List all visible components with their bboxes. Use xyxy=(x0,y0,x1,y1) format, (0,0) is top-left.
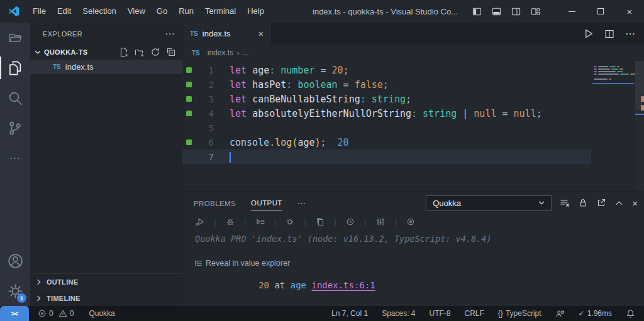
indentation[interactable]: Spaces: 4 xyxy=(378,309,419,318)
code-token[interactable]: : xyxy=(411,108,417,119)
problems-status[interactable]: 0 0 xyxy=(34,309,77,318)
tab-output[interactable]: OUTPUT xyxy=(251,195,282,210)
code-line[interactable]: 2 let hasPet: boolean = false; xyxy=(182,77,591,92)
menu-selection[interactable]: Selection xyxy=(77,0,121,23)
code-token[interactable]: string xyxy=(372,94,406,105)
menu-file[interactable]: File xyxy=(27,0,52,23)
code-token[interactable] xyxy=(326,137,338,148)
maximize-button[interactable] xyxy=(586,0,615,23)
quokka-run-icon[interactable] xyxy=(195,217,205,227)
code-token[interactable]: null xyxy=(474,108,496,119)
code-token[interactable]: null xyxy=(514,108,536,119)
split-editor-icon[interactable] xyxy=(604,29,614,39)
editor-more-icon[interactable]: ⋯ xyxy=(625,28,635,40)
code-line[interactable]: 4 let absolutelyEitherNullOrString: stri… xyxy=(182,106,591,121)
settings-sliders-icon[interactable] xyxy=(375,217,386,227)
code-token[interactable]: console xyxy=(230,137,269,148)
refresh-icon[interactable] xyxy=(150,47,160,57)
clear-output-icon[interactable] xyxy=(560,198,570,208)
line-number[interactable]: 6 xyxy=(194,138,214,148)
line-number[interactable]: 2 xyxy=(194,80,214,90)
timeline-section[interactable]: TIMELINE xyxy=(30,290,182,306)
code-token[interactable]: ; xyxy=(343,65,349,76)
cursor-position[interactable]: Ln 7, Col 1 xyxy=(328,309,372,318)
outline-section[interactable]: OUTLINE xyxy=(30,273,182,290)
code-token[interactable]: ; xyxy=(536,108,542,119)
breadcrumb-symbol[interactable]: ... xyxy=(242,48,248,57)
line-number[interactable]: 1 xyxy=(194,65,214,75)
menu-run[interactable]: Run xyxy=(173,0,199,23)
code-token[interactable]: = xyxy=(314,65,331,76)
lock-icon[interactable] xyxy=(578,198,588,208)
new-folder-icon[interactable] xyxy=(135,47,145,57)
vertical-scrollbar[interactable] xyxy=(635,61,644,192)
code-token[interactable]: age xyxy=(297,137,314,148)
line-number[interactable]: 5 xyxy=(194,123,214,133)
quokka-perf[interactable]: ✓ 1.96ms xyxy=(575,309,616,318)
customize-layout-icon[interactable] xyxy=(530,7,541,16)
copy-icon[interactable] xyxy=(315,217,325,227)
tab-index-ts[interactable]: TS index.ts × xyxy=(182,23,272,45)
code-token[interactable]: boolean xyxy=(297,79,337,90)
workspace-section-header[interactable]: QUOKKA-TS xyxy=(30,45,182,60)
code-token[interactable]: . xyxy=(269,137,275,148)
line-number[interactable]: 4 xyxy=(194,109,214,119)
language-mode[interactable]: {} TypeScript xyxy=(494,309,545,318)
code-token[interactable]: ; xyxy=(406,94,411,105)
code-token[interactable]: 20 xyxy=(338,137,349,148)
code-line[interactable]: 5 xyxy=(182,121,591,135)
code-token[interactable]: ; xyxy=(383,79,389,90)
code-token[interactable]: let xyxy=(230,79,252,90)
code-token[interactable]: number xyxy=(280,65,314,76)
quokka-log-icon[interactable] xyxy=(255,217,265,227)
panel-more-icon[interactable]: ⋯ xyxy=(297,198,306,208)
code-token[interactable]: ; xyxy=(321,137,326,148)
line-number[interactable]: 3 xyxy=(194,94,214,104)
code-token[interactable] xyxy=(417,108,423,119)
code-token[interactable]: let xyxy=(230,94,252,105)
quokka-bug-icon[interactable] xyxy=(285,217,295,227)
open-output-in-editor-icon[interactable] xyxy=(596,198,606,208)
feedback-icon[interactable] xyxy=(552,309,569,318)
encoding[interactable]: UTF-8 xyxy=(426,309,455,318)
toggle-panel-icon[interactable] xyxy=(491,7,502,16)
line-number[interactable]: 7 xyxy=(194,152,214,162)
code-token[interactable]: : xyxy=(286,79,292,90)
code-line[interactable]: 1 let age: number = 20; xyxy=(182,63,591,77)
code-token[interactable]: let xyxy=(230,65,252,76)
code-token[interactable]: = xyxy=(496,108,513,119)
record-icon[interactable] xyxy=(406,217,416,227)
code-token[interactable]: ) xyxy=(314,137,320,148)
code-token[interactable]: age xyxy=(252,65,269,76)
code-token[interactable]: string xyxy=(423,108,457,119)
output-channel-select[interactable]: Quokka xyxy=(426,195,552,211)
eol-sequence[interactable]: CRLF xyxy=(461,309,488,318)
code-token[interactable]: let xyxy=(230,108,252,119)
menu-help[interactable]: Help xyxy=(242,0,270,23)
code-line[interactable]: 6 console.log(age); 20 xyxy=(182,135,591,150)
menu-go[interactable]: Go xyxy=(151,0,173,23)
close-panel-icon[interactable]: × xyxy=(632,198,638,209)
notifications-bell-icon[interactable] xyxy=(622,309,639,318)
reveal-in-value-explorer[interactable]: Reveal in value explorer xyxy=(194,259,644,268)
close-window-button[interactable]: × xyxy=(615,0,644,23)
breadcrumb[interactable]: TS index.ts › ... xyxy=(182,45,644,61)
explorer-more-icon[interactable]: ⋯ xyxy=(165,28,175,40)
code-line-current[interactable]: 7 xyxy=(182,150,591,164)
source-control-icon[interactable] xyxy=(0,113,30,143)
code-editor[interactable]: 1 let age: number = 20; 2 let hasPet: bo… xyxy=(182,61,644,192)
menu-terminal[interactable]: Terminal xyxy=(199,0,242,23)
toggle-sidebar-icon[interactable] xyxy=(472,7,482,16)
toggle-secondary-sidebar-icon[interactable] xyxy=(511,7,521,16)
tab-problems[interactable]: PROBLEMS xyxy=(194,196,236,210)
code-token[interactable]: | xyxy=(457,108,474,119)
maximize-panel-icon[interactable] xyxy=(614,199,624,208)
minimize-button[interactable] xyxy=(557,0,586,23)
code-token[interactable]: 20 xyxy=(332,65,343,76)
more-views-icon[interactable]: ⋯ xyxy=(0,143,30,173)
quokka-stop-icon[interactable] xyxy=(225,217,235,227)
code-token[interactable]: hasPet xyxy=(252,79,286,90)
new-file-icon[interactable] xyxy=(119,47,129,57)
collapse-all-icon[interactable] xyxy=(166,47,176,57)
code-token[interactable] xyxy=(275,65,280,76)
